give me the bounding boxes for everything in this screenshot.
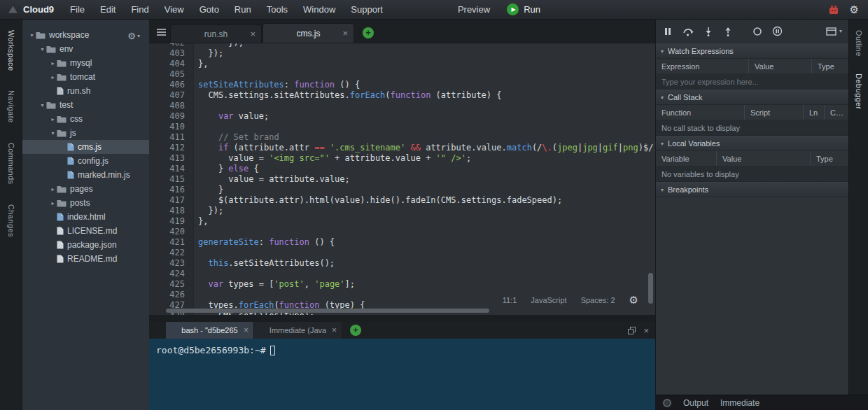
editor-settings-icon[interactable]: ⚙ bbox=[629, 295, 638, 305]
syntax-mode[interactable]: JavaScript bbox=[531, 296, 566, 304]
line-number[interactable]: 423 bbox=[149, 258, 194, 269]
section-header-call-stack[interactable]: ▾Call Stack bbox=[656, 90, 848, 105]
tree-item-pages[interactable]: ▸pages bbox=[22, 182, 149, 196]
code-line[interactable]: 422 bbox=[149, 248, 655, 258]
tree-item-test[interactable]: ▾test bbox=[22, 98, 149, 112]
line-number[interactable]: 411 bbox=[149, 132, 194, 143]
tree-item-mysql[interactable]: ▸mysql bbox=[22, 56, 149, 70]
line-number[interactable]: 415 bbox=[149, 174, 194, 185]
code-line[interactable]: 407 CMS.settings.siteAttributes.forEach(… bbox=[149, 90, 655, 101]
collapse-arrow-icon[interactable]: ▾ bbox=[28, 32, 36, 38]
menu-file[interactable]: File bbox=[62, 0, 92, 20]
section-header-watch-expressions[interactable]: ▾Watch Expressions bbox=[656, 43, 848, 59]
record-icon[interactable] bbox=[752, 27, 762, 36]
menu-run[interactable]: Run bbox=[227, 0, 259, 20]
line-number[interactable]: 422 bbox=[149, 248, 194, 258]
line-number[interactable]: 408 bbox=[149, 101, 194, 111]
record-output-icon[interactable] bbox=[663, 399, 671, 407]
strip-tab-navigate[interactable]: Navigate bbox=[7, 85, 15, 128]
section-header-breakpoints[interactable]: ▾Breakpoints bbox=[656, 182, 848, 197]
cursor-position[interactable]: 11:1 bbox=[503, 296, 517, 304]
expand-arrow-icon[interactable]: ▸ bbox=[49, 116, 57, 122]
tree-settings-button[interactable]: ⚙▾ bbox=[127, 31, 140, 41]
cloud9-logo-icon[interactable] bbox=[8, 5, 18, 14]
collapse-arrow-icon[interactable]: ▾ bbox=[49, 130, 57, 136]
expand-arrow-icon[interactable]: ▸ bbox=[49, 60, 57, 66]
pause-exceptions-icon[interactable] bbox=[772, 26, 783, 36]
strip-tab-debugger[interactable]: Debugger bbox=[855, 69, 863, 115]
line-number[interactable]: 426 bbox=[149, 290, 194, 300]
editor-tab-cms-js[interactable]: cms.js× bbox=[262, 23, 354, 43]
tree-item-config-js[interactable]: config.js bbox=[22, 154, 149, 168]
tree-item-package-json[interactable]: package.json bbox=[22, 238, 149, 252]
cloud9-menu[interactable]: Cloud9 bbox=[23, 4, 54, 15]
expand-arrow-icon[interactable]: ▸ bbox=[49, 74, 57, 80]
tab-list-icon[interactable] bbox=[152, 24, 170, 41]
collapse-arrow-icon[interactable]: ▾ bbox=[38, 46, 46, 52]
code-line[interactable]: 412 if (attribute.attr == '.cms_sitename… bbox=[149, 143, 655, 153]
close-icon[interactable]: × bbox=[342, 29, 348, 38]
code-line[interactable]: 405 bbox=[149, 69, 655, 80]
line-number[interactable]: 425 bbox=[149, 279, 194, 290]
close-icon[interactable]: × bbox=[643, 326, 649, 335]
menu-window[interactable]: Window bbox=[295, 0, 343, 20]
close-icon[interactable]: × bbox=[250, 29, 255, 38]
tree-item-tomcat[interactable]: ▸tomcat bbox=[22, 70, 149, 84]
line-number[interactable]: 418 bbox=[149, 206, 194, 216]
close-icon[interactable]: × bbox=[332, 326, 337, 334]
line-number[interactable]: 416 bbox=[149, 185, 194, 195]
collapse-arrow-icon[interactable]: ▾ bbox=[38, 102, 46, 108]
close-icon[interactable]: × bbox=[244, 326, 248, 334]
line-number[interactable]: 412 bbox=[149, 143, 194, 153]
code-line[interactable]: 406setSiteAttributes: function () { bbox=[149, 80, 655, 90]
line-number[interactable]: 410 bbox=[149, 122, 194, 132]
editor-console-splitter[interactable] bbox=[149, 315, 655, 322]
immediate-button[interactable]: Immediate bbox=[720, 398, 760, 408]
expand-arrow-icon[interactable]: ▸ bbox=[49, 200, 57, 206]
line-number[interactable]: 421 bbox=[149, 237, 194, 248]
code-line[interactable]: 410 bbox=[149, 122, 655, 132]
code-line[interactable]: 413 value = '<img src="' + attribute.val… bbox=[149, 153, 655, 164]
code-line[interactable]: 423 this.setSiteAttributes(); bbox=[149, 258, 655, 269]
tree-item-marked-min-js[interactable]: marked.min.js bbox=[22, 168, 149, 182]
strip-tab-changes[interactable]: Changes bbox=[7, 199, 15, 242]
new-console-button[interactable]: + bbox=[350, 325, 361, 336]
pause-icon[interactable] bbox=[663, 27, 673, 36]
output-button[interactable]: Output bbox=[683, 398, 708, 408]
step-over-icon[interactable] bbox=[682, 27, 694, 36]
strip-tab-workspace[interactable]: Workspace bbox=[7, 25, 15, 76]
tree-item-readme-md[interactable]: README.md bbox=[22, 252, 149, 266]
vertical-scrollbar[interactable] bbox=[648, 273, 653, 304]
console-tab-immediate-java[interactable]: Immediate (Java× bbox=[254, 322, 342, 339]
line-number[interactable]: 420 bbox=[149, 227, 194, 237]
menu-edit[interactable]: Edit bbox=[92, 0, 123, 20]
code-line[interactable]: 402 }); bbox=[149, 43, 655, 48]
code-line[interactable]: 418 }); bbox=[149, 206, 655, 216]
run-button[interactable]: ▶ Run bbox=[498, 3, 549, 15]
code-editor[interactable]: 402 });403 });404},405406setSiteAttribut… bbox=[149, 43, 655, 315]
step-out-icon[interactable] bbox=[723, 27, 733, 36]
line-number[interactable]: 414 bbox=[149, 164, 194, 174]
step-into-icon[interactable] bbox=[704, 27, 713, 36]
watch-expression-input[interactable]: Type your expression here... bbox=[656, 74, 848, 90]
code-line[interactable]: 419}, bbox=[149, 216, 655, 227]
code-line[interactable]: 409 var value; bbox=[149, 111, 655, 122]
line-number[interactable]: 403 bbox=[149, 48, 194, 59]
tree-item-env[interactable]: ▾env bbox=[22, 42, 149, 56]
menu-support[interactable]: Support bbox=[343, 0, 391, 20]
menu-view[interactable]: View bbox=[157, 0, 192, 20]
tree-item-run-sh[interactable]: run.sh bbox=[22, 84, 149, 98]
code-line[interactable]: 421generateSite: function () { bbox=[149, 237, 655, 248]
console-tab-bash-d5be265[interactable]: bash - "d5be265× bbox=[166, 322, 254, 339]
new-tab-button[interactable]: + bbox=[363, 27, 374, 38]
panel-layout-icon[interactable]: ▾ bbox=[826, 27, 842, 36]
line-number[interactable]: 417 bbox=[149, 195, 194, 206]
tree-item-index-html[interactable]: index.html bbox=[22, 210, 149, 224]
horizontal-scrollbar[interactable] bbox=[166, 309, 489, 313]
tree-item-posts[interactable]: ▸posts bbox=[22, 196, 149, 210]
code-line[interactable]: 403 }); bbox=[149, 48, 655, 59]
menu-find[interactable]: Find bbox=[123, 0, 156, 20]
line-number[interactable]: 413 bbox=[149, 153, 194, 164]
settings-gear-icon[interactable]: ⚙ bbox=[850, 4, 859, 15]
code-line[interactable]: 417 $(attribute.attr).html(value).hide()… bbox=[149, 195, 655, 206]
